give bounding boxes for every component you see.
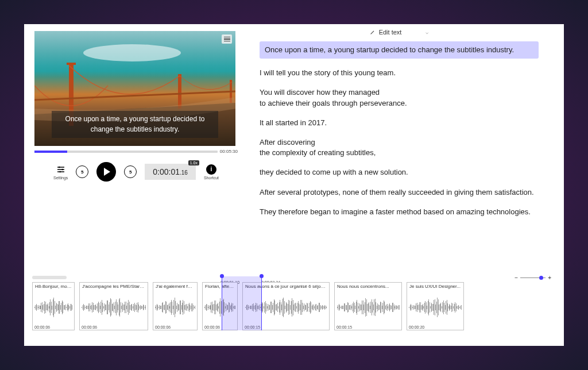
waveform <box>153 290 197 325</box>
zoom-slider[interactable] <box>520 278 546 278</box>
clip-title: J'accompagne les PME/Startups dans... <box>80 283 148 290</box>
timeline-clip[interactable]: Nous nous concentrons...00:00:15 <box>334 282 402 330</box>
elapsed-time-display[interactable]: 0:00:01.16 1.0x <box>145 164 196 180</box>
clip-end-time: 00:00:06 <box>33 325 74 330</box>
clip-end-time: 00:00:06 <box>80 325 148 330</box>
svg-point-0 <box>83 44 181 61</box>
svg-point-7 <box>61 168 63 170</box>
timeline-panel: 0:00:01.10 0:00:02.24 − + H8-Bonjour, mo… <box>24 271 564 346</box>
transcript-line[interactable]: After discovering the complexity of crea… <box>260 137 539 158</box>
waveform <box>407 290 463 325</box>
shortcut-control[interactable]: i Shortcut <box>204 164 219 180</box>
svg-point-8 <box>59 171 61 172</box>
transcript-line[interactable]: I will tell you the story of this young … <box>260 68 539 78</box>
rewind-button[interactable]: 5 <box>76 165 88 178</box>
playhead-selection[interactable] <box>222 276 262 330</box>
clips-track[interactable]: H8-Bonjour, moi...00:00:06J'accompagne l… <box>32 282 556 330</box>
waveform <box>33 290 74 325</box>
hamburger-menu-icon[interactable] <box>222 34 232 44</box>
timeline-scrollbar[interactable] <box>32 276 67 279</box>
elapsed-main: 0:00:01 <box>153 167 180 176</box>
clip-title: H8-Bonjour, moi... <box>33 283 74 290</box>
clip-end-time: 00:00:06 <box>153 325 197 330</box>
waveform <box>335 290 401 325</box>
app-window: Once upon a time, a young startup decide… <box>24 24 564 346</box>
transcript-list: Once upon a time, a young startup decide… <box>260 41 539 217</box>
pencil-icon <box>370 29 376 35</box>
playhead-start-handle[interactable] <box>220 274 224 278</box>
timeline-clip[interactable]: J'accompagne les PME/Startups dans...00:… <box>79 282 148 330</box>
transcript-pane: Edit text ⌵ Once upon a time, a young st… <box>248 24 564 271</box>
info-icon: i <box>206 164 216 175</box>
zoom-plus-icon[interactable]: + <box>548 275 551 281</box>
zoom-control[interactable]: − + <box>514 275 551 281</box>
svg-rect-2 <box>67 63 76 65</box>
edit-text-dropdown[interactable]: Edit text ⌵ <box>260 29 539 36</box>
settings-control[interactable]: Settings <box>53 164 68 180</box>
transcript-line[interactable]: You will discover how they managed to ac… <box>260 87 539 108</box>
video-duration: 00:05:30 <box>220 149 238 154</box>
svg-point-6 <box>59 166 60 168</box>
svg-line-5 <box>34 91 235 100</box>
transcript-line[interactable]: Once upon a time, a young startup decide… <box>260 41 539 59</box>
edit-text-label: Edit text <box>379 29 402 36</box>
settings-label: Settings <box>53 176 68 180</box>
clip-title: Je suis UX/UI Designer... <box>407 283 463 290</box>
timeline-clip[interactable]: J'ai également fondé...00:00:06 <box>153 282 198 330</box>
playhead-end-handle[interactable] <box>260 274 264 278</box>
forward-button[interactable]: 5 <box>124 165 137 178</box>
clip-title: Nous nous concentrons... <box>335 283 401 290</box>
upper-panes: Once upon a time, a young startup decide… <box>24 24 564 271</box>
caption-line-2: change the subtitles industry. <box>91 125 180 133</box>
transcript-line[interactable]: After several prototypes, none of them r… <box>260 187 539 198</box>
timeline-clip[interactable]: H8-Bonjour, moi...00:00:06 <box>32 282 75 330</box>
video-preview[interactable]: Once upon a time, a young startup decide… <box>34 31 235 146</box>
transcript-line[interactable]: they decided to come up with a new solut… <box>260 167 539 178</box>
forward-seconds: 5 <box>129 169 131 175</box>
video-progress-bar[interactable] <box>34 151 218 153</box>
clip-end-time: 00:00:15 <box>335 325 401 330</box>
playback-speed-badge[interactable]: 1.0x <box>188 160 199 165</box>
zoom-minus-icon[interactable]: − <box>514 275 518 281</box>
clip-title: J'ai également fondé... <box>153 283 197 290</box>
video-progress-fill <box>34 151 67 153</box>
svg-rect-3 <box>178 74 181 109</box>
caption-line-1: Once upon a time, a young startup decide… <box>65 115 205 123</box>
clip-end-time: 00:00:20 <box>407 325 463 330</box>
elapsed-ms: .16 <box>180 169 188 176</box>
play-button[interactable] <box>96 162 116 182</box>
rewind-seconds: 5 <box>81 169 83 175</box>
shortcut-label: Shortcut <box>204 176 219 180</box>
transcript-line[interactable]: It all started in 2017. <box>260 118 539 128</box>
video-progress-row: 00:05:30 <box>34 149 238 154</box>
waveform <box>80 290 148 325</box>
zoom-handle[interactable] <box>539 276 543 280</box>
transcript-line[interactable]: They therefore began to imagine a faster… <box>260 207 539 217</box>
chevron-down-icon: ⌵ <box>425 29 428 35</box>
timeline-clip[interactable]: Je suis UX/UI Designer...00:00:20 <box>407 282 464 330</box>
video-subtitle-overlay: Once upon a time, a young startup decide… <box>52 111 218 138</box>
video-pane: Once upon a time, a young startup decide… <box>24 24 248 271</box>
settings-icon <box>56 164 66 175</box>
playback-controls: Settings 5 5 0:00:01.16 1.0x i Shortcut <box>34 162 238 182</box>
